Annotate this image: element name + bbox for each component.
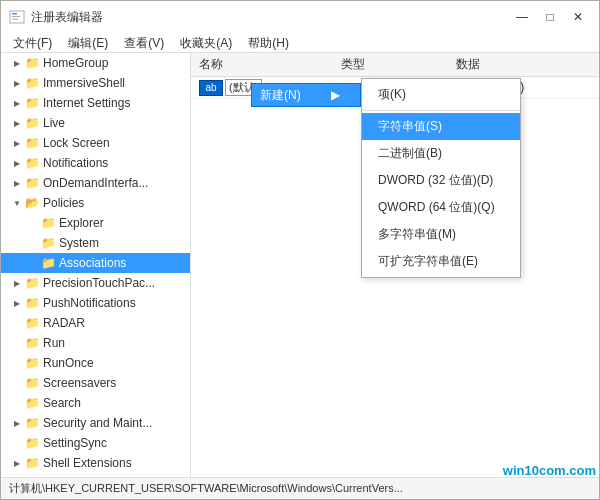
folder-icon: 📁 <box>25 136 40 150</box>
expand-icon[interactable]: ▶ <box>9 419 25 428</box>
menu-item-f[interactable]: 文件(F) <box>5 33 60 50</box>
tree-item-label: Internet Settings <box>43 96 130 110</box>
ab-icon: ab <box>199 80 223 96</box>
tree-item[interactable]: ▶📁Notifications <box>1 153 190 173</box>
tree-item-label: Explorer <box>59 216 104 230</box>
folder-icon: 📁 <box>25 436 40 450</box>
registry-path: 计算机\HKEY_CURRENT_USER\SOFTWARE\Microsoft… <box>9 481 403 496</box>
tree-item-label: System <box>59 236 99 250</box>
expand-icon[interactable]: ▶ <box>9 279 25 288</box>
tree-item-label: HomeGroup <box>43 56 108 70</box>
cell-data: (数值未设置) <box>448 77 599 99</box>
folder-icon: 📁 <box>25 156 40 170</box>
tree-item[interactable]: ▼📂Policies <box>1 193 190 213</box>
status-bar: 计算机\HKEY_CURRENT_USER\SOFTWARE\Microsoft… <box>1 477 599 499</box>
tree-item-label: Associations <box>59 256 126 270</box>
expand-icon[interactable]: ▶ <box>9 119 25 128</box>
expand-icon[interactable]: ▶ <box>9 459 25 468</box>
tree-item[interactable]: ▶📁Internet Settings <box>1 93 190 113</box>
folder-icon: 📁 <box>41 216 56 230</box>
tree-item[interactable]: ▶📁Shell Extensions <box>1 453 190 473</box>
expand-icon[interactable]: ▶ <box>9 179 25 188</box>
app-icon <box>9 9 25 25</box>
tree-item-label: PushNotifications <box>43 296 136 310</box>
registry-editor-window: 注册表编辑器 — □ ✕ 文件(F)编辑(E)查看(V)收藏夹(A)帮助(H) … <box>0 0 600 500</box>
tree-item-label: RunOnce <box>43 356 94 370</box>
expand-icon[interactable]: ▶ <box>9 299 25 308</box>
registry-table: 名称 类型 数据 ab(默认)REG_SZ(数值未设置) <box>191 53 599 477</box>
folder-icon: 📁 <box>25 416 40 430</box>
tree-item-label: Search <box>43 396 81 410</box>
tree-item[interactable]: 📁RADAR <box>1 313 190 333</box>
menu-item-v[interactable]: 查看(V) <box>116 33 172 50</box>
expand-icon[interactable]: ▶ <box>9 139 25 148</box>
folder-icon: 📁 <box>25 276 40 290</box>
tree-item[interactable]: ▶📁Live <box>1 113 190 133</box>
tree-item-label: OnDemandInterfa... <box>43 176 148 190</box>
tree-item[interactable]: 📁Explorer <box>1 213 190 233</box>
tree-item-label: PrecisionTouchPac... <box>43 276 155 290</box>
tree-item-label: Policies <box>43 196 84 210</box>
close-button[interactable]: ✕ <box>565 7 591 27</box>
cell-name: ab(默认) <box>191 77 333 99</box>
tree-item-label: Live <box>43 116 65 130</box>
folder-icon: 📁 <box>25 356 40 370</box>
window-title: 注册表编辑器 <box>31 9 103 26</box>
folder-icon: 📁 <box>41 236 56 250</box>
tree-item-label: Notifications <box>43 156 108 170</box>
folder-icon: 📁 <box>41 256 56 270</box>
tree-item[interactable]: 📁Search <box>1 393 190 413</box>
menu-bar: 文件(F)编辑(E)查看(V)收藏夹(A)帮助(H) <box>1 31 599 53</box>
col-name: 名称 <box>191 53 333 77</box>
table-row[interactable]: ab(默认)REG_SZ(数值未设置) <box>191 77 599 99</box>
right-panel: 名称 类型 数据 ab(默认)REG_SZ(数值未设置) 新建(N) ▶ 项(K… <box>191 53 599 477</box>
tree-item[interactable]: 📁SettingSync <box>1 433 190 453</box>
maximize-button[interactable]: □ <box>537 7 563 27</box>
minimize-button[interactable]: — <box>509 7 535 27</box>
folder-icon: 📁 <box>25 376 40 390</box>
tree-item[interactable]: ▶📁HomeGroup <box>1 53 190 73</box>
tree-panel: ▶📁HomeGroup▶📁ImmersiveShell▶📁Internet Se… <box>1 53 191 477</box>
default-badge: (默认) <box>225 79 262 96</box>
tree-item-label: Shell Extensions <box>43 456 132 470</box>
cell-type: REG_SZ <box>333 77 448 99</box>
svg-rect-2 <box>12 16 20 17</box>
tree-item[interactable]: 📁System <box>1 233 190 253</box>
folder-icon: 📁 <box>25 56 40 70</box>
tree-item-label: ImmersiveShell <box>43 76 125 90</box>
tree-item[interactable]: 📁Screensavers <box>1 373 190 393</box>
tree-item-label: SettingSync <box>43 436 107 450</box>
col-data: 数据 <box>448 53 599 77</box>
svg-rect-1 <box>12 13 17 15</box>
col-type: 类型 <box>333 53 448 77</box>
tree-item[interactable]: ▶📁ImmersiveShell <box>1 73 190 93</box>
tree-item-label: Screensavers <box>43 376 116 390</box>
expand-icon[interactable]: ▶ <box>9 159 25 168</box>
tree-item-label: RADAR <box>43 316 85 330</box>
tree-item[interactable]: ▶📁Security and Maint... <box>1 413 190 433</box>
tree-item-label: Lock Screen <box>43 136 110 150</box>
folder-icon: 📁 <box>25 336 40 350</box>
tree-item[interactable]: 📁Associations <box>1 253 190 273</box>
expand-icon[interactable]: ▼ <box>9 199 25 208</box>
tree-item[interactable]: ▶📁OnDemandInterfa... <box>1 173 190 193</box>
expand-icon[interactable]: ▶ <box>9 99 25 108</box>
expand-icon[interactable]: ▶ <box>9 79 25 88</box>
tree-item-label: Run <box>43 336 65 350</box>
tree-item[interactable]: ▶📁Lock Screen <box>1 133 190 153</box>
expand-icon[interactable]: ▶ <box>9 59 25 68</box>
title-controls: — □ ✕ <box>509 7 591 27</box>
menu-item-a[interactable]: 收藏夹(A) <box>172 33 240 50</box>
folder-icon: 📂 <box>25 196 40 210</box>
tree-item[interactable]: 📁Run <box>1 333 190 353</box>
tree-item[interactable]: ▶📁PushNotifications <box>1 293 190 313</box>
tree-item[interactable]: 📁RunOnce <box>1 353 190 373</box>
tree-item[interactable]: ▶📁PrecisionTouchPac... <box>1 273 190 293</box>
menu-item-h[interactable]: 帮助(H) <box>240 33 297 50</box>
folder-icon: 📁 <box>25 296 40 310</box>
folder-icon: 📁 <box>25 96 40 110</box>
title-bar: 注册表编辑器 — □ ✕ <box>1 1 599 31</box>
folder-icon: 📁 <box>25 116 40 130</box>
tree-item-label: Security and Maint... <box>43 416 152 430</box>
menu-item-e[interactable]: 编辑(E) <box>60 33 116 50</box>
